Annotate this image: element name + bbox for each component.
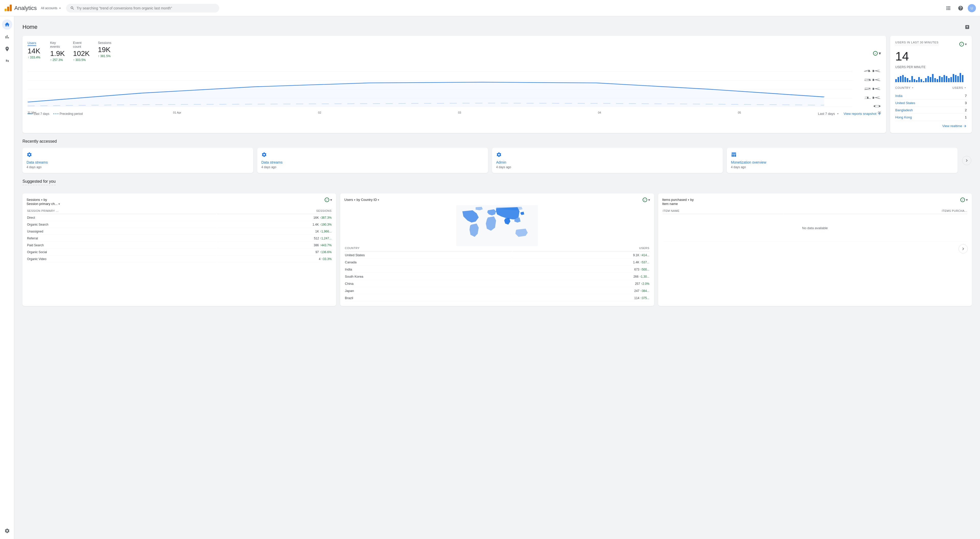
help-button[interactable] xyxy=(956,3,966,13)
sidebar xyxy=(0,16,14,539)
users-india: 7 xyxy=(965,94,967,98)
recently-card-4[interactable]: Monetization overview 4 days ago xyxy=(727,148,958,173)
recently-name-3: Admin xyxy=(496,160,719,164)
country-hong-kong[interactable]: Hong Kong xyxy=(895,115,912,119)
country-col: COUNTRY xyxy=(345,246,512,251)
row-china: China 257 ↑2.0% xyxy=(345,280,649,287)
users-country-card: Users ▾ by Country ID ▾ ▾ xyxy=(340,194,654,306)
sidebar-item-settings[interactable] xyxy=(2,526,12,536)
country-bangladesh[interactable]: Bangladesh xyxy=(895,108,913,112)
realtime-title: USERS IN LAST 30 MINUTES xyxy=(895,41,939,45)
realtime-card: USERS IN LAST 30 MINUTES ▾ 14 USERS PER … xyxy=(890,36,972,133)
sessions-status-badge xyxy=(325,197,329,202)
bar-12 xyxy=(921,79,922,82)
sessions-menu[interactable]: ▾ xyxy=(330,198,332,202)
apps-icon xyxy=(945,5,951,11)
realtime-menu-button[interactable]: ▾ xyxy=(965,42,967,46)
analytics-logo-icon xyxy=(4,4,12,12)
search-bar[interactable] xyxy=(66,4,219,13)
country-menu[interactable]: ▾ xyxy=(648,198,650,202)
account-selector[interactable]: All accounts xyxy=(41,6,62,10)
bar-27 xyxy=(955,75,956,82)
items-menu[interactable]: ▾ xyxy=(966,198,968,202)
row-brazil: Brazil 114 ↑375... xyxy=(345,295,649,301)
items-card-title: Items purchased ▾ by Item name xyxy=(662,197,694,206)
x-axis-labels: 31 Mar 01 Apr 02 03 04 05 06 xyxy=(27,111,881,114)
app-logo[interactable]: Analytics xyxy=(4,4,37,12)
items-card-actions: ▾ xyxy=(960,197,968,202)
svg-rect-2 xyxy=(10,5,12,11)
main-chart: 4K 3K 2K 1K 0 xyxy=(27,69,881,110)
no-data-row: No data available xyxy=(663,215,967,242)
users-us: 3 xyxy=(965,101,967,105)
bar-9 xyxy=(914,79,915,82)
recently-card-3[interactable]: Admin 4 days ago xyxy=(492,148,723,173)
advertising-icon xyxy=(4,59,10,64)
bar-26 xyxy=(953,74,954,82)
recently-icon-3 xyxy=(496,152,719,158)
metrics-row: Users 14K ↑ 333.4% Key events 1.9K ↑ 257… xyxy=(27,41,112,62)
search-input[interactable] xyxy=(76,6,215,10)
country-col-header[interactable]: COUNTRY xyxy=(895,86,914,89)
user-avatar[interactable]: U xyxy=(968,4,976,12)
bar-23 xyxy=(946,76,947,82)
realtime-subtitle: USERS PER MINUTE xyxy=(895,65,967,69)
recently-nav xyxy=(962,148,972,173)
suggested-chevron-right-icon xyxy=(961,246,966,251)
metric-label-users[interactable]: Users xyxy=(27,41,36,46)
sidebar-item-reports[interactable] xyxy=(2,32,12,42)
bar-chart-icon xyxy=(4,34,10,40)
row-unassigned: Unassigned 1K ↑1,966... xyxy=(27,228,331,235)
bar-19 xyxy=(937,79,938,82)
view-realtime-link[interactable]: View realtime xyxy=(942,124,967,128)
metric-label-event-count[interactable]: Event count xyxy=(73,41,89,48)
realtime-row-hk: Hong Kong 1 xyxy=(895,114,967,121)
metric-change-event-count: ↑ 303.5% xyxy=(73,58,89,62)
trending-icon xyxy=(965,24,970,30)
bar-14 xyxy=(925,78,927,82)
world-map xyxy=(344,205,650,246)
card-menu-button[interactable]: ▾ xyxy=(879,51,881,56)
metric-label-key-events[interactable]: Key events xyxy=(50,41,65,48)
recently-card-1[interactable]: Data streams 4 days ago xyxy=(22,148,253,173)
users-dropdown[interactable]: ▾ xyxy=(354,198,355,201)
dashboard-grid: Users 14K ↑ 333.4% Key events 1.9K ↑ 257… xyxy=(22,36,972,133)
main-content: Home Users 14K ↑ 333.4% Key events xyxy=(14,16,980,539)
country-dropdown[interactable]: ▾ xyxy=(378,198,379,201)
suggested-nav xyxy=(662,242,968,253)
sessions-card-title: Sessions ▾ by Session primary ch... ▾ xyxy=(27,197,60,206)
country-card-header: Users ▾ by Country ID ▾ ▾ xyxy=(344,197,650,202)
row-india: India 673 ↑500... xyxy=(345,266,649,273)
svg-text:2K: 2K xyxy=(864,87,881,91)
sidebar-item-home[interactable] xyxy=(2,19,12,30)
users-col-header[interactable]: USERS xyxy=(953,86,967,89)
nav-actions: U xyxy=(943,3,976,13)
bar-15 xyxy=(928,76,929,82)
realtime-arrow-icon xyxy=(963,124,967,128)
sidebar-item-explore[interactable] xyxy=(2,44,12,54)
suggested-grid: Sessions ▾ by Session primary ch... ▾ ▾ xyxy=(22,194,972,306)
metric-label-sessions[interactable]: Sessions xyxy=(98,41,112,45)
customize-button[interactable] xyxy=(963,22,972,32)
realtime-row-bd: Bangladesh 2 xyxy=(895,107,967,114)
suggested-next-button[interactable] xyxy=(959,244,968,253)
recently-icon-2 xyxy=(261,152,484,158)
recently-next-button[interactable] xyxy=(962,156,971,165)
country-card-actions: ▾ xyxy=(643,197,650,202)
items-dropdown[interactable]: ▾ xyxy=(688,198,689,201)
session-primary-col: SESSION PRIMARY ... xyxy=(27,209,216,214)
sidebar-item-advertising[interactable] xyxy=(2,56,12,66)
country-india[interactable]: India xyxy=(895,94,902,98)
row-south-korea: South Korea 266 ↑1,30... xyxy=(345,273,649,280)
sessions-dropdown[interactable]: ▾ xyxy=(41,198,43,201)
realtime-count: 14 xyxy=(895,49,967,63)
svg-text:0: 0 xyxy=(873,105,881,108)
recently-icon-1 xyxy=(27,152,249,158)
bar-18 xyxy=(934,78,936,82)
country-us[interactable]: United States xyxy=(895,101,915,105)
metric-change-sessions: ↑ 381.5% xyxy=(98,54,112,58)
bar-30 xyxy=(962,75,963,82)
apps-button[interactable] xyxy=(943,3,953,13)
channel-dropdown[interactable]: ▾ xyxy=(59,202,60,205)
recently-card-2[interactable]: Data streams 4 days ago xyxy=(257,148,488,173)
